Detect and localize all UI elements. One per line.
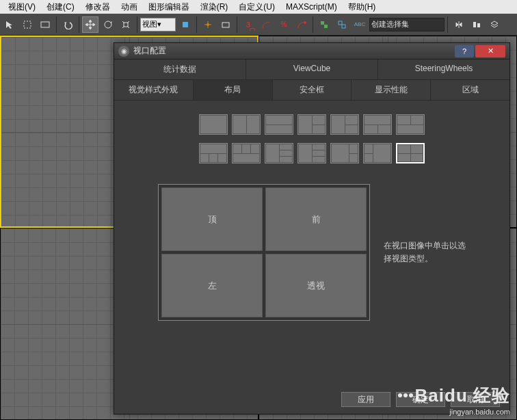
- align-icon[interactable]: [468, 16, 485, 33]
- main-toolbar: 视图 ▾ 3 % ABC 创建选择集: [0, 14, 517, 36]
- menu-view[interactable]: 视图(V): [3, 1, 41, 13]
- layout-preview: 顶 前 左 透视: [158, 184, 370, 321]
- menu-customize[interactable]: 自定义(U): [233, 1, 280, 13]
- layout-opt-6[interactable]: [363, 114, 392, 135]
- select-scale-icon[interactable]: [118, 16, 134, 33]
- undo-icon[interactable]: [59, 16, 76, 33]
- svg-rect-13: [477, 23, 480, 27]
- svg-rect-11: [342, 25, 345, 28]
- select-window-icon[interactable]: [37, 16, 53, 33]
- layout-opt-5[interactable]: [330, 114, 359, 135]
- select-object-icon[interactable]: [1, 16, 18, 33]
- dialog-body: 顶 前 左 透视 在视口图像中单击以选择视图类型。: [114, 101, 509, 334]
- svg-point-5: [207, 23, 209, 26]
- mirror-icon[interactable]: [451, 16, 467, 33]
- ref-coord-dropdown[interactable]: 视图 ▾: [140, 18, 176, 31]
- dialog-buttons: 应用 确定 取消: [341, 392, 500, 407]
- layout-hint-text: 在视口图像中单击以选择视图类型。: [384, 239, 466, 265]
- menu-rendering[interactable]: 渲染(R): [195, 1, 234, 13]
- use-center-icon[interactable]: [177, 16, 194, 33]
- apply-button[interactable]: 应用: [341, 392, 390, 407]
- percent-snap-icon[interactable]: %: [276, 16, 292, 33]
- layout-opt-9[interactable]: [232, 143, 261, 163]
- layers-icon[interactable]: [486, 16, 503, 33]
- keyboard-shortcut-icon[interactable]: [217, 16, 234, 33]
- angle-snap-icon[interactable]: [258, 16, 274, 33]
- edit-named-sel-icon[interactable]: [334, 16, 350, 33]
- layout-options: [128, 114, 496, 163]
- menu-graph-editors[interactable]: 图形编辑器: [143, 1, 195, 13]
- layout-opt-11[interactable]: [297, 143, 326, 163]
- layout-opt-10[interactable]: [265, 143, 293, 163]
- layout-opt-7[interactable]: [396, 114, 425, 135]
- tab-viewcube[interactable]: ViewCube: [246, 60, 378, 79]
- selection-set-dropdown[interactable]: 创建选择集: [369, 18, 445, 31]
- layout-opt-8[interactable]: [199, 143, 228, 163]
- menu-help[interactable]: 帮助(H): [343, 1, 382, 13]
- layout-opt-12[interactable]: [330, 143, 359, 163]
- menu-maxscript[interactable]: MAXScript(M): [280, 2, 343, 12]
- tab-safe-frames[interactable]: 安全框: [273, 80, 352, 100]
- tab-display-perf[interactable]: 显示性能: [352, 80, 431, 100]
- menu-animation[interactable]: 动画: [116, 1, 143, 13]
- svg-rect-12: [473, 22, 476, 27]
- layout-opt-2[interactable]: [232, 114, 261, 135]
- svg-rect-8: [321, 21, 324, 25]
- layout-opt-4[interactable]: [297, 114, 326, 135]
- preview-cell-top[interactable]: 顶: [161, 187, 263, 251]
- menu-modifiers[interactable]: 修改器: [80, 1, 116, 13]
- menu-bar: 视图(V) 创建(C) 修改器 动画 图形编辑器 渲染(R) 自定义(U) MA…: [0, 0, 517, 14]
- viewport-config-dialog: ◉ 视口配置 ? ✕ 统计数据 ViewCube SteeringWheels …: [114, 42, 510, 415]
- ok-button[interactable]: 确定: [396, 392, 445, 407]
- preview-cell-front[interactable]: 前: [265, 187, 367, 251]
- tab-visual-style[interactable]: 视觉样式外观: [114, 80, 194, 100]
- layout-opt-14[interactable]: [396, 143, 425, 163]
- tab-statistics[interactable]: 统计数据: [114, 60, 246, 79]
- dialog-app-icon: ◉: [118, 46, 129, 57]
- svg-point-7: [304, 21, 306, 24]
- dialog-title: 视口配置: [133, 45, 166, 57]
- svg-point-2: [105, 21, 111, 28]
- dialog-titlebar[interactable]: ◉ 视口配置 ? ✕: [114, 43, 509, 60]
- select-manipulate-icon[interactable]: [200, 16, 216, 33]
- layout-opt-13[interactable]: [363, 143, 392, 163]
- svg-rect-4: [183, 22, 188, 27]
- abc-icon[interactable]: ABC: [352, 16, 368, 33]
- tab-regions[interactable]: 区域: [431, 80, 509, 100]
- named-sel-sets-icon[interactable]: [316, 16, 332, 33]
- tab-layout[interactable]: 布局: [194, 80, 273, 100]
- close-button[interactable]: ✕: [475, 45, 505, 57]
- snap-toggle-3-icon[interactable]: 3: [240, 16, 256, 33]
- tab-steeringwheels[interactable]: SteeringWheels: [378, 60, 509, 79]
- menu-create[interactable]: 创建(C): [41, 1, 80, 13]
- layout-opt-1[interactable]: [199, 114, 228, 135]
- dialog-tabs-row1: 统计数据 ViewCube SteeringWheels: [114, 60, 509, 80]
- cancel-button[interactable]: 取消: [451, 392, 500, 407]
- spinner-snap-icon[interactable]: [293, 16, 310, 33]
- layout-opt-3[interactable]: [265, 114, 293, 135]
- svg-rect-6: [222, 23, 229, 27]
- svg-rect-9: [324, 25, 328, 28]
- select-region-icon[interactable]: [19, 16, 36, 33]
- select-move-icon[interactable]: [82, 16, 98, 33]
- dialog-tabs-row2: 视觉样式外观 布局 安全框 显示性能 区域: [114, 80, 509, 101]
- select-rotate-icon[interactable]: [100, 16, 116, 33]
- help-button[interactable]: ?: [455, 45, 474, 57]
- svg-rect-10: [339, 21, 342, 25]
- svg-rect-1: [41, 22, 49, 27]
- preview-cell-left[interactable]: 左: [161, 254, 263, 317]
- preview-cell-perspective[interactable]: 透视: [265, 254, 367, 317]
- svg-rect-0: [24, 21, 31, 28]
